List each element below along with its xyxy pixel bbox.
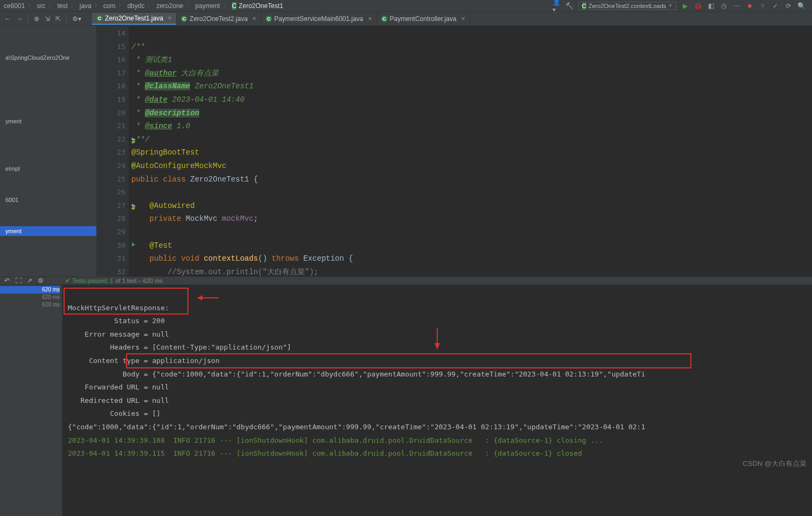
update-icon[interactable]: ⟳: [784, 2, 793, 10]
profile-icon[interactable]: ◷: [719, 2, 728, 10]
crumb-src[interactable]: src: [35, 2, 47, 10]
svg-marker-1: [197, 295, 202, 301]
run-panel: ↶ ⛶ ↗ ⚙ ✔ Tests passed: 1 of 1 test – 62…: [0, 276, 812, 516]
console-output[interactable]: MockHttpServletResponse: Status = 200 Er…: [62, 285, 812, 516]
search-icon[interactable]: 🔍: [797, 2, 806, 10]
project-item[interactable]: a\SpringCloudZero2One: [0, 53, 96, 62]
gutter: 14151617181920212223242526272829303132: [97, 26, 129, 276]
gear-icon[interactable]: ⚙▾: [72, 15, 81, 23]
crumb-ce6001[interactable]: ce6001: [2, 2, 26, 10]
settings-icon[interactable]: ⚙: [38, 277, 44, 284]
crumb-java[interactable]: java: [78, 2, 93, 10]
run-icon[interactable]: ▶: [681, 2, 689, 10]
user-icon[interactable]: 👤▾: [552, 2, 561, 10]
crumb-Zero2OneTest1[interactable]: CZero2OneTest1: [230, 2, 285, 10]
collapse-icon[interactable]: ⇱: [55, 15, 61, 23]
arrow-icon: [197, 292, 219, 303]
test-status: ✔ Tests passed: 1 of 1 test – 620 ms: [65, 277, 163, 284]
project-item[interactable]: eImpl: [0, 164, 96, 173]
project-panel: a\SpringCloudZero2OneymenteImpl6001yment: [0, 26, 97, 276]
stop-icon[interactable]: ■: [745, 2, 754, 10]
history-icon[interactable]: ↶: [4, 277, 10, 284]
highlight-box-body: [126, 353, 691, 368]
close-icon[interactable]: ✕: [461, 16, 465, 22]
arrow-down-icon: [432, 328, 443, 350]
commit-icon[interactable]: ✓: [771, 2, 780, 10]
run-config-dropdown[interactable]: C Zero2OneTest2.contextLoads ▼: [578, 2, 676, 10]
export-icon[interactable]: ↗: [27, 277, 32, 284]
git-branch-icon[interactable]: ⑂: [758, 2, 767, 10]
project-item[interactable]: yment: [0, 116, 96, 126]
back-icon[interactable]: ←: [4, 15, 11, 23]
highlight-box-status: [64, 288, 188, 315]
close-icon[interactable]: ✕: [167, 15, 172, 21]
test-time[interactable]: 620 ms: [0, 301, 60, 309]
test-time[interactable]: 620 ms: [0, 286, 60, 294]
forward-icon[interactable]: →: [16, 15, 23, 23]
target-icon[interactable]: ⊕: [34, 15, 39, 23]
tab-PaymentController.java[interactable]: CPaymentController.java✕: [377, 13, 470, 25]
crumb-com[interactable]: com: [102, 2, 117, 10]
debug-icon[interactable]: 🐞: [694, 2, 702, 10]
close-icon[interactable]: ✕: [252, 16, 256, 22]
crumb-payment[interactable]: payment: [193, 2, 221, 10]
expand-icon[interactable]: ⇲: [45, 15, 50, 23]
tab-Zero2OneTest2.java[interactable]: CZero2OneTest2.java✕: [177, 13, 261, 25]
filter-icon[interactable]: ⛶: [15, 277, 22, 284]
coverage-icon[interactable]: ◧: [706, 2, 715, 10]
hammer-icon[interactable]: 🔨: [565, 2, 574, 10]
crumb-test[interactable]: test: [55, 2, 69, 10]
breadcrumb: ce6001〉src〉test〉java〉com〉dbydc〉zero2one〉…: [0, 1, 285, 10]
close-icon[interactable]: ✕: [368, 16, 372, 22]
code-editor[interactable]: /** * 测试类1 * @author 大白有点菜 * @className …: [129, 26, 812, 276]
crumb-dbydc[interactable]: dbydc: [125, 2, 146, 10]
svg-marker-3: [435, 343, 440, 350]
project-item[interactable]: 6001: [0, 195, 96, 205]
tab-PaymentServiceMain6001.java[interactable]: CPaymentServiceMain6001.java✕: [261, 13, 376, 25]
editor-tabs: CZero2OneTest1.java✕CZero2OneTest2.java✕…: [92, 13, 470, 25]
test-time[interactable]: 620 ms: [0, 294, 60, 301]
project-item[interactable]: yment: [0, 226, 96, 236]
crumb-zero2one[interactable]: zero2one: [155, 2, 185, 10]
tab-Zero2OneTest1.java[interactable]: CZero2OneTest1.java✕: [92, 13, 177, 25]
test-tree[interactable]: 620 ms620 ms620 ms: [0, 285, 62, 516]
attach-icon[interactable]: ⋯: [732, 2, 741, 10]
